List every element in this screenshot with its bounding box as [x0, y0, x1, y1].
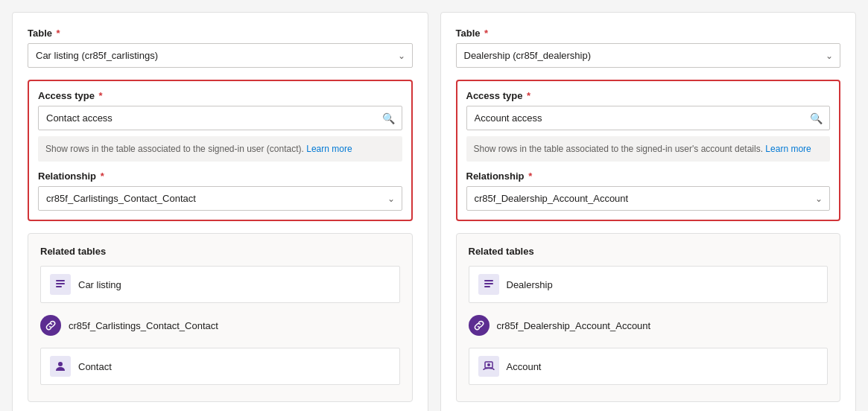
left-access-type-box: Access type * 🔍 Show rows in the table a… [28, 80, 413, 221]
right-access-type-label: Access type * [466, 90, 831, 101]
right-access-type-box: Access type * 🔍 Show rows in the table a… [456, 80, 841, 221]
left-table-icon-0 [50, 274, 71, 295]
right-related-item-name-2: Account [507, 361, 542, 372]
left-related-item-name-1: cr85f_Carlistings_Contact_Contact [69, 320, 218, 331]
left-relationship-label-text: Relationship [38, 171, 96, 182]
left-related-item-name-0: Car listing [78, 279, 121, 290]
right-table-label-text: Table [456, 28, 481, 39]
right-relationship-label-text: Relationship [466, 171, 525, 182]
right-related-item-2: Account [469, 348, 829, 385]
left-info-text: Show rows in the table associated to the… [45, 144, 304, 154]
svg-rect-1 [56, 283, 65, 284]
left-table-label: Table * [28, 28, 413, 39]
left-info-bar: Show rows in the table associated to the… [38, 136, 402, 162]
right-relationship-label: Relationship * [466, 171, 831, 182]
left-relationship-select[interactable]: cr85f_Carlistings_Contact_Contact [38, 186, 402, 211]
right-table-select-wrapper: Dealership (cr85f_dealership) ⌄ [456, 43, 841, 68]
svg-point-3 [58, 362, 63, 366]
right-table-label: Table * [456, 28, 841, 39]
right-link-icon-1 [469, 315, 490, 336]
left-access-type-label-text: Access type [38, 90, 95, 101]
svg-rect-2 [56, 286, 62, 287]
right-relationship-select-wrapper: cr85f_Dealership_Account_Account ⌄ [466, 186, 831, 211]
right-access-type-input[interactable] [466, 106, 831, 130]
right-info-bar: Show rows in the table associated to the… [466, 136, 831, 162]
right-table-icon-0 [478, 274, 499, 295]
left-relationship-select-wrapper: cr85f_Carlistings_Contact_Contact ⌄ [38, 186, 402, 211]
left-panel: Table * Car listing (cr85f_carlistings) … [12, 12, 428, 411]
right-related-tables-title: Related tables [469, 246, 829, 257]
right-access-type-label-text: Access type [466, 90, 523, 101]
right-info-text: Show rows in the table associated to the… [474, 144, 764, 154]
left-table-label-text: Table [28, 28, 52, 39]
left-related-tables-title: Related tables [40, 246, 400, 257]
right-table-select[interactable]: Dealership (cr85f_dealership) [456, 43, 841, 68]
left-table-select-wrapper: Car listing (cr85f_carlistings) ⌄ [28, 43, 413, 68]
right-related-item-name-1: cr85f_Dealership_Account_Account [497, 320, 651, 331]
right-access-type-search-wrapper: 🔍 [466, 106, 831, 130]
right-learn-more-link[interactable]: Learn more [765, 144, 811, 154]
left-related-item-0: Car listing [40, 266, 400, 303]
right-account-icon-2 [478, 356, 499, 377]
svg-rect-6 [484, 286, 490, 287]
right-related-item-name-0: Dealership [507, 279, 553, 290]
main-container: Table * Car listing (cr85f_carlistings) … [12, 12, 856, 411]
left-related-tables-section: Related tables Car listing [28, 233, 413, 402]
left-relationship-label: Relationship * [38, 171, 402, 182]
left-related-item-name-2: Contact [78, 361, 112, 372]
svg-rect-0 [56, 280, 65, 281]
left-access-type-search-wrapper: 🔍 [38, 106, 402, 130]
left-access-type-label: Access type * [38, 90, 402, 101]
svg-rect-5 [484, 283, 493, 284]
right-panel: Table * Dealership (cr85f_dealership) ⌄ … [440, 12, 857, 411]
svg-rect-4 [484, 280, 493, 281]
left-access-type-input[interactable] [38, 106, 402, 130]
left-contact-icon-2 [50, 356, 71, 377]
right-related-tables-section: Related tables Dealership [456, 233, 841, 402]
left-table-select[interactable]: Car listing (cr85f_carlistings) [28, 43, 413, 68]
left-learn-more-link[interactable]: Learn more [306, 144, 352, 154]
left-related-item-1: cr85f_Carlistings_Contact_Contact [40, 308, 400, 343]
right-related-item-1: cr85f_Dealership_Account_Account [469, 308, 829, 343]
right-related-item-0: Dealership [469, 266, 829, 303]
left-related-item-2: Contact [40, 348, 400, 385]
right-relationship-select[interactable]: cr85f_Dealership_Account_Account [466, 186, 831, 211]
svg-point-8 [487, 363, 490, 366]
left-link-icon-1 [40, 315, 61, 336]
